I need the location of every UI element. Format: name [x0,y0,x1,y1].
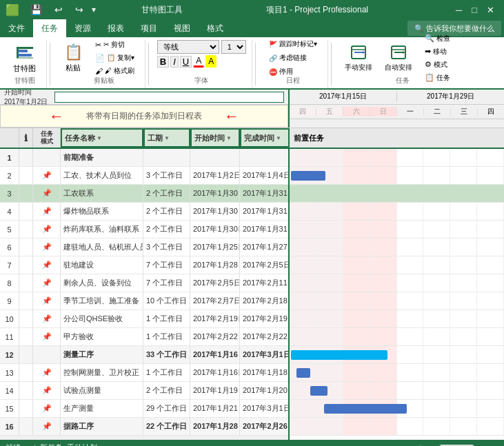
redo-button[interactable]: ↪ [71,3,88,17]
inspect-button[interactable]: 🔍 检查 [420,32,455,45]
table-row[interactable]: 8 📌 剩余人员、设备到位 7 个工作日 2017年2月5日 2017年2月11… [0,274,288,292]
table-row[interactable]: 11 📌 甲方验收 1 个工作日 2017年2月22 2017年2月22日 [0,328,288,346]
manual-schedule-button[interactable]: 手动安排 [340,40,377,76]
row-info [19,400,33,417]
italic-button[interactable]: I [170,56,179,68]
table-row[interactable]: 2 📌 工农、技术人员到位 3 个工作日 2017年1月2日 2017年1月4日 [0,167,288,185]
row-end: 2017年1月20日 [240,382,290,399]
filter-duration-icon: ▼ [164,135,170,141]
th-name[interactable]: 任务名称 ▼ [61,128,143,148]
new-task-status: ✦ 新任务: 手动计划 [32,443,97,447]
undo-button[interactable]: ↩ [50,3,67,17]
paste-button[interactable]: 📋 粘贴 [59,40,88,76]
row-end: 2017年2月5日 [240,256,290,274]
maximize-button[interactable]: □ [467,5,481,15]
font-color-button[interactable]: A [193,55,204,68]
bg-color-button[interactable]: A [205,55,216,68]
row-num: 12 [0,346,19,363]
row-start: 2017年1月30 [190,203,240,220]
row-start: 2017年1月16日 [190,364,240,381]
row-mode: 📌 [33,310,61,327]
table-row[interactable]: 6 📌 建驻地人员、钻机班人员到位 3 个工作日 2017年1月25日 2017… [0,239,288,256]
th-info[interactable]: ℹ [19,128,33,148]
table-row[interactable]: 1 前期准备 [0,149,288,167]
row-duration: 3 个工作日 [143,239,190,256]
task-group-label: 任务 [340,76,466,85]
row-end: 2017年1月18日 [240,364,290,381]
row-info [19,149,33,166]
table-row[interactable]: 10 📌 分公司QHSE验收 1 个工作日 2017年2月19日 2017年2月… [0,310,288,328]
row-start: 2017年1月2日 [190,167,240,184]
row-info [19,364,33,381]
table-row[interactable]: 15 📌 生产测量 29 个工作日 2017年1月21 2017年3月1日 [0,400,288,418]
table-row[interactable]: 3 📌 工农联系 2 个工作日 2017年1月30 2017年1月31日 [0,185,288,203]
mode-button[interactable]: ⚙ 模式 [420,59,455,71]
cut-button[interactable]: ✂ ✂ 剪切 [90,39,139,51]
th-pred[interactable]: 前置任务 [290,128,504,149]
consider-links-button[interactable]: 🔗 考虑链接 [264,52,322,64]
table-row[interactable]: 7 📌 驻地建设 7 个工作日 2017年1月28 2017年2月5日 [0,256,288,274]
move-button[interactable]: ➡ 移动 [420,45,455,58]
th-mode[interactable]: 任务模式 [33,128,61,148]
row-start: 2017年1月16 [190,346,240,363]
tab-project[interactable]: 项目 [132,19,165,37]
gantt-view-button[interactable]: 甘特图 [8,40,41,76]
font-name-select[interactable]: 等线 [157,40,219,54]
table-row[interactable]: 14 📌 试验点测量 2 个工作日 2017年1月19 2017年1月20日 [0,382,288,400]
tab-file[interactable]: 文件 [0,19,33,37]
paste-section: 📋 粘贴 [59,40,88,76]
table-row[interactable]: 5 📌 炸药库联系、油料联系 2 个工作日 2017年1月30日 2017年1月… [0,221,288,239]
schedule-buttons: 🚩 跟踪时标记▾ 🔗 考虑链接 ⛔ 停用 [264,40,322,76]
minimize-button[interactable]: ─ [452,5,466,15]
row-mode: 📌 [33,167,61,184]
th-start[interactable]: 开始时间 ▼ [190,128,240,148]
save-button[interactable]: 💾 [26,3,46,17]
table-row[interactable]: 16 📌 据路工序 22 个工作日 2017年1月28 2017年2月26日 [0,418,288,436]
tab-view[interactable]: 视图 [165,19,199,37]
row-name: 甲方验收 [61,328,143,345]
zoom-out-button[interactable]: － [395,443,403,447]
row-mode: 📌 [33,418,61,435]
table-row[interactable]: 4 📌 爆炸物品联系 2 个工作日 2017年1月30 2017年1月31日 [0,203,288,221]
row-mode: 📌 [33,185,61,202]
font-size-select[interactable]: 11 [221,40,246,54]
row-info [19,328,33,345]
row-mode: 📌 [33,221,61,238]
tab-resource[interactable]: 资源 [66,19,99,37]
track-mark-button[interactable]: 🚩 跟踪时标记▾ [264,38,322,50]
group-task-manage: 手动安排 自动安排 🔍 检查 ➡ 移动 ⚙ [334,40,461,88]
sep3 [255,43,256,85]
th-end[interactable]: 完成时间 ▼ [240,128,290,148]
underline-button[interactable]: U [180,56,192,68]
gantt-row [290,221,504,239]
group-clipboard: 📋 粘贴 ✂ ✂ 剪切 📄 📋 复制▾ 🖌 🖌 格式刷 剪贴板 [53,40,145,88]
context-label: 甘特图工具 [141,4,183,16]
th-num[interactable] [0,128,19,148]
close-button[interactable]: ✕ [483,5,498,15]
app-icon: 🟩 [6,3,19,17]
table-row[interactable]: 13 📌 控制网测量、卫片校正 1 个工作日 2017年1月16日 2017年1… [0,364,288,382]
group-schedule: 🚩 跟踪时标记▾ 🔗 考虑链接 ⛔ 停用 日程 [259,40,328,88]
tab-task[interactable]: 任务 [33,19,66,37]
th-duration[interactable]: 工期 ▼ [143,128,190,148]
tab-report[interactable]: 报表 [99,19,132,37]
table-row[interactable]: 12 测量工序 33 个工作日 2017年1月16 2017年3月1日 [0,346,288,364]
gantt-group-label: 甘特图 [3,76,46,85]
bold-button[interactable]: B [157,56,169,68]
row-num: 1 [0,149,19,166]
scissors-icon: ✂ [95,41,101,50]
schedule-label: 日程 [259,76,327,85]
zoom-in-button[interactable]: ＋ [491,443,498,447]
auto-schedule-button[interactable]: 自动安排 [380,40,417,76]
copy-button[interactable]: 📄 📋 复制▾ [90,52,139,64]
tab-format[interactable]: 格式 [199,19,232,37]
week-cell-2: 2017年1月29日 [397,92,504,101]
row-name: 工农联系 [61,185,143,202]
row-duration: 22 个工作日 [143,418,190,435]
row-start: 2017年1月30日 [190,221,240,238]
gantt-row [290,346,504,364]
table-row[interactable]: 9 📌 季节工培训、施工准备 10 个工作日 2017年2月7日 2017年2月… [0,292,288,310]
row-name: 工农、技术人员到位 [61,167,143,184]
gantt-canvas [290,149,504,436]
row-info [19,274,33,292]
